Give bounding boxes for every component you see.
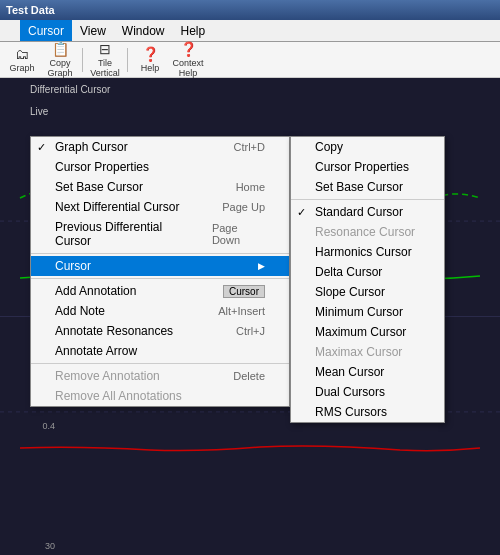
menu-prev-differential[interactable]: Previous Differential Cursor Page Down [31, 217, 289, 251]
copy-graph-button[interactable]: 📋 Copy Graph [42, 45, 78, 75]
submenu-harmonics-cursor[interactable]: Harmonics Cursor [291, 242, 444, 262]
menu-next-differential[interactable]: Next Differential Cursor Page Up [31, 197, 289, 217]
menu-set-base-cursor[interactable]: Set Base Cursor Home [31, 177, 289, 197]
toolbar-separator [82, 48, 83, 72]
title-bar: Test Data [0, 0, 500, 20]
title-text: Test Data [6, 4, 55, 16]
sep-3 [31, 363, 289, 364]
context-help-button[interactable]: ❓ Context Help [170, 45, 206, 75]
sub-sep-1 [291, 199, 444, 200]
menu-add-annotation[interactable]: Add Annotation Cursor [31, 281, 289, 301]
menu-item-cursor[interactable]: Cursor [20, 20, 72, 41]
submenu-minimum-cursor[interactable]: Minimum Cursor [291, 302, 444, 322]
toolbar-separator-2 [127, 48, 128, 72]
menu-item-view[interactable]: View [72, 20, 114, 41]
copy-graph-icon: 📋 [52, 41, 69, 57]
main-area: Acceleration (G peak) Differential Curso… [0, 78, 500, 555]
menu-annotate-arrow[interactable]: Annotate Arrow [31, 341, 289, 361]
submenu-copy[interactable]: Copy [291, 137, 444, 157]
tile-vertical-label: Tile Vertical [88, 58, 122, 78]
menu-item-window[interactable]: Window [114, 20, 173, 41]
graph-label: Graph [9, 63, 34, 73]
cursor-type-dropdown: Copy Cursor Properties Set Base Cursor S… [290, 136, 445, 423]
submenu-rms-cursors[interactable]: RMS Cursors [291, 402, 444, 422]
graph-icon: 🗂 [15, 46, 29, 62]
menu-item-help[interactable]: Help [173, 20, 214, 41]
context-help-label: Context Help [171, 58, 205, 78]
tile-vertical-icon: ⊟ [99, 41, 111, 57]
toolbar: 🗂 Graph 📋 Copy Graph ⊟ Tile Vertical ❓ H… [0, 42, 500, 78]
submenu-maximax-cursor[interactable]: Maximax Cursor [291, 342, 444, 362]
x-tick-30: 30 [45, 541, 55, 551]
submenu-set-base-cursor[interactable]: Set Base Cursor [291, 177, 444, 197]
menu-item-file[interactable] [4, 20, 20, 41]
help-icon: ❓ [142, 46, 159, 62]
submenu-delta-cursor[interactable]: Delta Cursor [291, 262, 444, 282]
submenu-slope-cursor[interactable]: Slope Cursor [291, 282, 444, 302]
menu-remove-annotation[interactable]: Remove Annotation Delete [31, 366, 289, 386]
help-label: Help [141, 63, 160, 73]
sep-2 [31, 278, 289, 279]
submenu-resonance-cursor[interactable]: Resonance Cursor [291, 222, 444, 242]
tile-vertical-button[interactable]: ⊟ Tile Vertical [87, 45, 123, 75]
menu-bar: Cursor View Window Help [0, 20, 500, 42]
menu-annotate-resonances[interactable]: Annotate Resonances Ctrl+J [31, 321, 289, 341]
submenu-maximum-cursor[interactable]: Maximum Cursor [291, 322, 444, 342]
y-tick-point4: 0.4 [42, 421, 55, 431]
submenu-mean-cursor[interactable]: Mean Cursor [291, 362, 444, 382]
help-button[interactable]: ❓ Help [132, 45, 168, 75]
menu-add-note[interactable]: Add Note Alt+Insert [31, 301, 289, 321]
menu-cursor-properties[interactable]: Cursor Properties [31, 157, 289, 177]
sep-1 [31, 253, 289, 254]
menu-cursor-submenu[interactable]: Cursor [31, 256, 289, 276]
graph-button[interactable]: 🗂 Graph [4, 45, 40, 75]
menu-remove-all-annotations[interactable]: Remove All Annotations [31, 386, 289, 406]
context-help-icon: ❓ [180, 41, 197, 57]
submenu-standard-cursor[interactable]: Standard Cursor [291, 202, 444, 222]
copy-graph-label: Copy Graph [43, 58, 77, 78]
submenu-cursor-properties[interactable]: Cursor Properties [291, 157, 444, 177]
submenu-dual-cursors[interactable]: Dual Cursors [291, 382, 444, 402]
cursor-dropdown: Graph Cursor Ctrl+D Cursor Properties Se… [30, 136, 290, 407]
menu-graph-cursor[interactable]: Graph Cursor Ctrl+D [31, 137, 289, 157]
